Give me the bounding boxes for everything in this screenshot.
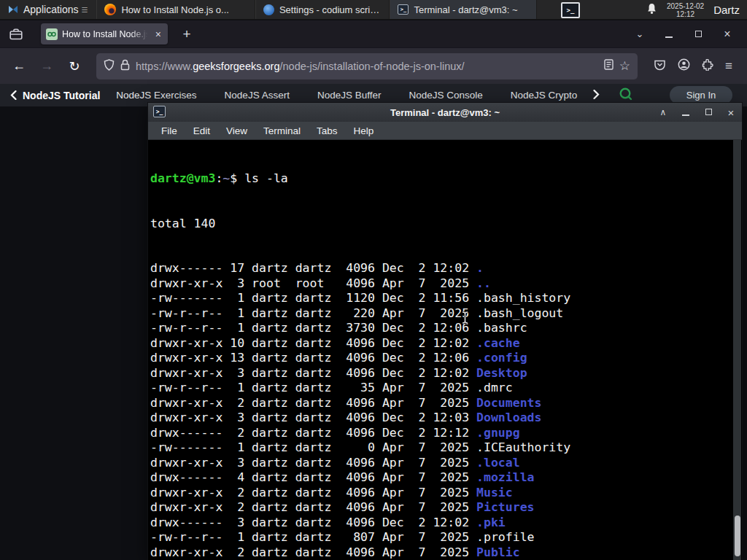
forward-button[interactable]: → <box>35 55 58 78</box>
terminal-line: drwxr-xr-x 3 dartz dartz 4096 Dec 2 12:0… <box>150 411 732 426</box>
system-tray: 2025-12-02 12:12 Dartz <box>646 0 747 20</box>
clock-time: 12:12 <box>676 10 694 18</box>
terminal-maximize-button[interactable] <box>703 107 713 117</box>
taskbar-item-terminal[interactable]: >_ Terminal - dartz@vm3: ~ <box>390 0 537 19</box>
file-name: Music <box>476 486 513 499</box>
file-name: .mozilla <box>476 470 534 484</box>
firefox-view-icon[interactable] <box>4 24 28 44</box>
lock-icon[interactable] <box>120 59 130 74</box>
site-nav-forward[interactable] <box>593 89 600 102</box>
file-name: .cache <box>476 336 520 350</box>
file-name: . <box>476 261 484 275</box>
file-name: .bashrc <box>476 321 527 335</box>
menu-hamburger-icon[interactable]: ≡ <box>725 59 732 74</box>
file-name: Public <box>476 545 520 559</box>
terminal-window-icon: >_ <box>153 106 166 117</box>
terminal-line: -rw-r--r-- 1 dartz dartz 220 Apr 7 2025 … <box>150 306 732 322</box>
file-name: Pictures <box>476 500 534 514</box>
file-name: .bash_history <box>476 291 570 305</box>
back-button[interactable]: ← <box>7 55 31 78</box>
terminal-line: drwxr-xr-x 3 root root 4096 Apr 7 2025 .… <box>150 276 732 292</box>
menu-terminal[interactable]: Terminal <box>256 124 308 138</box>
site-nav-back[interactable]: NodeJS Tutorial <box>10 90 100 101</box>
browser-minimize-button[interactable] <box>662 28 676 39</box>
taskbar-item-label: How to Install Node.js o... <box>121 4 228 15</box>
site-nav-item[interactable]: NodeJS Console <box>409 90 482 101</box>
taskbar-item-vscodium[interactable]: Settings - codium script... <box>255 0 390 19</box>
extensions-puzzle-icon[interactable] <box>702 59 713 74</box>
site-search-icon[interactable] <box>619 87 633 104</box>
file-name: .profile <box>476 530 534 544</box>
file-name: Downloads <box>476 411 541 424</box>
site-nav-back-label: NodeJS Tutorial <box>23 90 100 101</box>
firefox-nav-toolbar: ← → ↻ https://www.geeksforgeeks.org/node… <box>0 47 747 84</box>
url-bar[interactable]: https://www.geeksforgeeks.org/node-js/in… <box>96 53 638 79</box>
top-panel: Applications ☰ How to Install Node.js o.… <box>0 0 747 20</box>
tab-close-icon[interactable]: × <box>154 28 163 40</box>
terminal-line: drwxr-xr-x 2 dartz dartz 4096 Apr 7 2025… <box>150 500 732 516</box>
browser-close-button[interactable]: × <box>721 28 734 41</box>
list-all-tabs-icon[interactable]: ⌄ <box>633 28 646 39</box>
chevron-right-icon <box>593 90 600 99</box>
terminal-scrollbar-thumb[interactable] <box>735 516 740 556</box>
site-nav-item[interactable]: NodeJS Crypto <box>511 90 578 101</box>
reader-mode-icon[interactable] <box>604 59 614 73</box>
menu-file[interactable]: File <box>154 124 185 138</box>
site-nav-item[interactable]: NodeJS Exercises <box>116 90 196 101</box>
file-name: .ICEauthority <box>476 440 570 454</box>
file-name: .bash_logout <box>476 306 563 320</box>
terminal-line: drwx------ 3 dartz dartz 4096 Dec 2 12:0… <box>150 516 732 531</box>
menu-edit[interactable]: Edit <box>186 124 217 138</box>
file-name: .pki <box>476 516 506 529</box>
account-icon[interactable] <box>678 58 690 74</box>
terminal-total-line: total 140 <box>150 217 732 232</box>
browser-tab-active[interactable]: How to Install Node.js on × <box>41 23 168 44</box>
terminal-title: Terminal - dartz@vm3: ~ <box>148 107 742 118</box>
applications-caret-icon: ☰ <box>82 6 88 14</box>
file-name: Documents <box>476 396 541 410</box>
menu-help[interactable]: Help <box>347 124 382 138</box>
site-nav-item[interactable]: NodeJS Assert <box>225 90 290 101</box>
terminal-line: drwxr-xr-x 2 dartz dartz 4096 Apr 7 2025… <box>150 486 732 501</box>
terminal-line: -rw-r--r-- 1 dartz dartz 3730 Dec 2 12:0… <box>150 321 732 336</box>
file-name: .dmrc <box>476 381 513 394</box>
new-tab-button[interactable]: + <box>177 24 197 44</box>
terminal-line: drwxr-xr-x 2 dartz dartz 4096 Apr 7 2025… <box>150 396 732 411</box>
geeksforgeeks-favicon <box>46 28 58 40</box>
terminal-titlebar[interactable]: >_ Terminal - dartz@vm3: ~ ∧ × <box>148 103 742 122</box>
browser-maximize-button[interactable] <box>692 28 705 39</box>
reload-button[interactable]: ↻ <box>63 55 86 78</box>
tracking-shield-icon[interactable] <box>104 59 115 74</box>
terminal-shade-button[interactable]: ∧ <box>658 107 668 117</box>
firefox-icon <box>104 4 116 15</box>
bookmark-star-icon[interactable]: ☆ <box>619 60 630 72</box>
terminal-prompt-line: dartz@vm3:~$ ls -la <box>150 171 732 187</box>
terminal-line: drwxr-xr-x 2 dartz dartz 4096 Apr 7 2025… <box>150 545 732 560</box>
site-nav-item[interactable]: NodeJS Buffer <box>317 90 382 101</box>
taskbar-item-firefox[interactable]: How to Install Node.js o... <box>96 0 255 19</box>
terminal-line: drwxr-xr-x 3 dartz dartz 4096 Dec 2 12:0… <box>150 366 732 381</box>
site-nav-items: NodeJS Exercises NodeJS Assert NodeJS Bu… <box>116 90 603 101</box>
notification-bell-icon[interactable] <box>646 3 657 18</box>
terminal-line: -rw-r--r-- 1 dartz dartz 35 Apr 7 2025 .… <box>150 381 732 396</box>
taskbar-item-label: Settings - codium script... <box>279 4 382 15</box>
panel-clock[interactable]: 2025-12-02 12:12 <box>667 2 704 18</box>
url-text: https://www.geeksforgeeks.org/node-js/in… <box>136 61 598 72</box>
menu-tabs[interactable]: Tabs <box>309 124 345 138</box>
terminal-scrollbar[interactable] <box>733 140 741 560</box>
terminal-minimize-button[interactable] <box>681 107 691 117</box>
vscodium-icon <box>263 4 274 15</box>
terminal-line: -rw------- 1 dartz dartz 1120 Dec 2 11:5… <box>150 291 732 306</box>
file-name: .gnupg <box>476 426 520 440</box>
pocket-icon[interactable] <box>654 59 666 74</box>
terminal-launcher-button[interactable]: >_ <box>559 1 582 19</box>
user-menu-button[interactable]: Dartz <box>713 4 740 16</box>
terminal-screen[interactable]: dartz@vm3:~$ ls -la total 140 drwx------… <box>148 140 742 560</box>
applications-menu-label: Applications <box>23 4 79 15</box>
window-taskbar: How to Install Node.js o... Settings - c… <box>96 0 537 19</box>
menu-view[interactable]: View <box>219 124 255 138</box>
terminal-line: drwx------ 4 dartz dartz 4096 Apr 7 2025… <box>150 470 732 486</box>
terminal-close-button[interactable]: × <box>726 106 736 119</box>
terminal-line: -rw-r--r-- 1 dartz dartz 807 Apr 7 2025 … <box>150 530 732 545</box>
applications-menu-button[interactable]: Applications ☰ <box>0 0 93 19</box>
